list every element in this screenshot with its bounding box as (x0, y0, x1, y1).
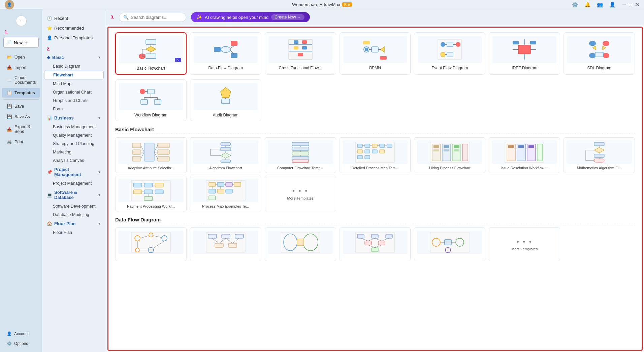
nav-section-business[interactable]: 📊 Business ▼ (42, 113, 106, 122)
svg-point-33 (441, 42, 445, 47)
nav-item-database[interactable]: Database Modeling (44, 211, 104, 219)
avatar[interactable]: 👤 (5, 0, 14, 9)
floor-icon: 🏠 (47, 221, 52, 226)
data-flow-grid: • • • More Templates (115, 227, 635, 261)
sidebar-item-account[interactable]: 👤 Account (2, 329, 40, 339)
tmpl-hiring[interactable]: Hiring Process Flowchart (414, 137, 485, 173)
nav-item-strategy[interactable]: Strategy and Planning (44, 140, 104, 148)
nav-item-biz-mgmt[interactable]: Business Management (44, 123, 104, 131)
minimize-button[interactable]: ─ (622, 1, 626, 8)
nav-personal-templates[interactable]: 👤 Personal Templates (42, 33, 106, 43)
tmpl-dfd2[interactable] (190, 227, 261, 261)
nav-item-graphs[interactable]: Graphs and Charts (44, 97, 104, 105)
ai-create-button[interactable]: Create Now → (271, 14, 304, 20)
nav-section-floor[interactable]: 🏠 Floor Plan ▼ (42, 219, 106, 228)
sidebar-item-print[interactable]: 🖨️ Print (2, 137, 40, 147)
save-as-label: Save As (14, 114, 30, 119)
nav-item-form[interactable]: Form (44, 105, 104, 113)
nav-item-mind-map[interactable]: Mind Map (44, 80, 104, 88)
nav-item-quality[interactable]: Quality Management (44, 131, 104, 139)
more-templates-basic[interactable]: • • • More Templates (265, 176, 336, 211)
nav-panel: 🕐 Recent ⭐ Recommended 👤 Personal Templa… (42, 9, 106, 352)
tmpl-adaptive[interactable]: Adaptive Attribute Selectio... (115, 137, 187, 173)
svg-rect-101 (365, 144, 370, 147)
detailed-img (343, 140, 408, 164)
tmpl-dfd4[interactable] (340, 227, 411, 261)
sidebar-item-import[interactable]: 📥 Import (2, 63, 40, 72)
svg-rect-110 (365, 155, 370, 159)
svg-rect-94 (292, 160, 309, 163)
svg-rect-52 (589, 53, 596, 58)
svg-rect-0 (146, 40, 156, 44)
nav-item-basic-diagram[interactable]: Basic Diagram (44, 62, 104, 70)
svg-rect-11 (231, 41, 237, 46)
top-template-cross-functional[interactable]: Cross Functional Flow... (265, 32, 336, 75)
svg-rect-2 (146, 54, 156, 59)
share-icon[interactable]: 👥 (595, 0, 605, 9)
svg-rect-131 (508, 145, 514, 148)
options-label: Options (14, 341, 28, 346)
tmpl-computer[interactable]: Computer Flowchart Temp... (265, 137, 336, 173)
maximize-button[interactable]: □ (629, 1, 632, 8)
ai-banner[interactable]: ✨ AI drawing helps open your mind Create… (191, 12, 310, 22)
export-icon: 📤 (7, 127, 12, 132)
sidebar-item-templates[interactable]: 📋 Templates (2, 88, 40, 98)
svg-rect-120 (433, 145, 439, 148)
templates-icon: 📋 (7, 90, 12, 95)
top-template-sdl[interactable]: SDL Diagram (564, 32, 635, 75)
tmpl-dfd1[interactable] (115, 227, 187, 261)
sidebar-item-export[interactable]: 📤 Export & Send (2, 122, 40, 136)
top-template-audit[interactable]: Audit Diagram (190, 79, 261, 121)
top-template-idef[interactable]: IDEF Diagram (489, 32, 560, 75)
user-icon[interactable]: 👤 (608, 0, 617, 9)
tmpl-payment[interactable]: Payment Processing Workf... (115, 176, 187, 211)
sidebar-item-save[interactable]: 💾 Save (2, 101, 40, 111)
top-template-basic-flowchart[interactable]: AI Basic Flowchart (115, 32, 187, 75)
back-button[interactable]: ← (16, 15, 27, 26)
close-button[interactable]: ✕ (635, 1, 639, 8)
nav-section-basic[interactable]: ◆ Basic ▼ (42, 53, 106, 62)
sidebar-item-options[interactable]: ⚙️ Options (2, 339, 40, 348)
settings-icon[interactable]: ⚙️ (571, 0, 580, 9)
tmpl-algorithm[interactable]: Algorithm Flowchart (190, 137, 261, 173)
nav-recommended[interactable]: ⭐ Recommended (42, 23, 106, 33)
nav-item-software-dev[interactable]: Software Development (44, 202, 104, 210)
top-template-bpmn[interactable]: BPMN (340, 32, 411, 75)
nav-section-project[interactable]: 📌 Project Management ▼ (42, 165, 106, 179)
nav-item-flowchart[interactable]: Flowchart (44, 71, 104, 79)
sidebar-item-cloud[interactable]: ☁️ Cloud Documents (2, 73, 40, 87)
svg-rect-105 (357, 150, 362, 153)
nav-item-org-chart[interactable]: Organizational Chart (44, 88, 104, 96)
svg-rect-71 (158, 143, 169, 148)
sidebar-item-open[interactable]: 📂 Open (2, 52, 40, 62)
issue-img (492, 140, 557, 164)
ai-cta-label: Create Now → (275, 15, 301, 20)
nav-item-floor-plan[interactable]: Floor Plan (44, 228, 104, 237)
sidebar-item-save-as[interactable]: 💾 Save As (2, 112, 40, 121)
search-box: 🔍 (119, 13, 186, 22)
svg-rect-164 (209, 189, 216, 193)
search-input[interactable] (131, 15, 181, 20)
top-template-data-flow[interactable]: Data Flow Diagram (190, 32, 261, 75)
nav-section-software[interactable]: 💻 Software & Database ▼ (42, 188, 106, 202)
top-template-workflow[interactable]: Workflow Diagram (115, 79, 187, 121)
nav-item-analysis[interactable]: Analysis Canvas (44, 156, 104, 165)
notification-icon[interactable]: 🔔 (583, 0, 592, 9)
tmpl-dfd5[interactable] (414, 227, 485, 261)
tmpl-process-map[interactable]: Process Map Examples Te... (190, 176, 261, 211)
flowchart-label: Flowchart (53, 73, 73, 77)
tmpl-dfd3[interactable] (265, 227, 336, 261)
svg-rect-22 (302, 46, 307, 49)
tmpl-detailed[interactable]: Detailed Process Map Tem... (340, 137, 411, 173)
top-template-event-flow[interactable]: Event Flow Diagram (414, 32, 485, 75)
mind-map-label: Mind Map (53, 81, 71, 86)
tmpl-math[interactable]: Mathematics Algorithm Fl... (564, 137, 635, 173)
nav-item-marketing[interactable]: Marketing (44, 148, 104, 156)
svg-rect-23 (298, 53, 303, 56)
tmpl-issue[interactable]: Issue Resolution Workflow ... (489, 137, 560, 173)
new-button[interactable]: 📄 New + (3, 37, 39, 48)
more-templates-dfd[interactable]: • • • More Templates (489, 227, 560, 261)
nav-item-project-mgmt[interactable]: Project Management (44, 179, 104, 187)
chevron-basic: ▼ (98, 56, 101, 59)
nav-recent[interactable]: 🕐 Recent (42, 13, 106, 23)
